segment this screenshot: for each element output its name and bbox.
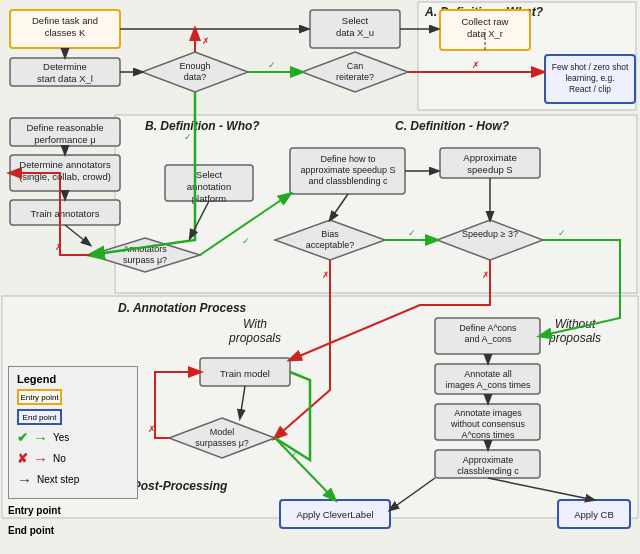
svg-text:✓: ✓: [408, 228, 416, 238]
annotate-all-box: [435, 364, 540, 394]
select-data-text: Select: [342, 15, 369, 26]
legend-end-point-label: End point: [23, 413, 57, 422]
svg-text:classes K: classes K: [45, 27, 86, 38]
model-surpass-diamond: [169, 418, 275, 458]
with-proposals-label: With: [243, 317, 267, 331]
train-model-box: [200, 358, 290, 386]
svg-text:learning, e.g.: learning, e.g.: [565, 73, 614, 83]
select-data-box: [310, 10, 400, 48]
svg-text:start data X_l: start data X_l: [37, 73, 93, 84]
apply-cleverlabel-box: [280, 500, 390, 528]
apply-cb-box: [558, 500, 630, 528]
svg-text:React / clip: React / clip: [569, 84, 611, 94]
svg-text:✓: ✓: [242, 236, 250, 246]
legend-entry-point-item: Entry point: [17, 389, 129, 405]
yes-check-icon: ✔: [17, 430, 28, 445]
svg-text:surpass μ?: surpass μ?: [123, 255, 167, 265]
annotate-without-box: [435, 404, 540, 440]
svg-text:✗: ✗: [202, 36, 210, 46]
svg-text:✓: ✓: [290, 450, 298, 460]
svg-text:without consensus: without consensus: [450, 419, 526, 429]
train-model-text: Train model: [220, 368, 270, 379]
train-ann-text: Train annotators: [31, 208, 100, 219]
svg-text:data X_r: data X_r: [467, 28, 503, 39]
determine-ann-box: [10, 155, 120, 191]
svg-text:surpasses μ?: surpasses μ?: [195, 438, 249, 448]
define-task-text: Define task and: [32, 15, 98, 26]
svg-text:proposals: proposals: [548, 331, 601, 345]
legend-yes-item: ✔ → Yes: [17, 429, 129, 446]
model-surpass-text: Model: [210, 427, 235, 437]
ann-surpass-text: Annotators: [123, 244, 167, 254]
define-speedup-text: Define how to: [320, 154, 375, 164]
legend-yes-label: Yes: [53, 432, 69, 443]
collect-raw-text: Collect raw: [462, 16, 509, 27]
select-platform-text: Select: [196, 169, 223, 180]
bias-diamond: [275, 220, 385, 260]
svg-text:speedup S: speedup S: [467, 164, 512, 175]
define-speedup-box: [290, 148, 405, 194]
define-task-box: [10, 10, 120, 48]
speedup-text: Speedup ≥ 3?: [462, 229, 518, 239]
enough-data-text: Enough: [179, 61, 210, 71]
svg-text:proposals: proposals: [228, 331, 281, 345]
legend-no-label: No: [53, 453, 66, 464]
approx-speedup-text: Approximate: [463, 152, 516, 163]
entry-point-text: Entry point: [8, 505, 61, 516]
few-shot-text: Few shot / zero shot: [552, 62, 629, 72]
legend-next-step-label: Next step: [37, 474, 79, 485]
enough-data-diamond: [142, 52, 248, 92]
section-c-label: C. Definition - How?: [395, 119, 510, 133]
svg-line-43: [65, 225, 90, 245]
approx-classblending-box: [435, 450, 540, 478]
svg-text:and classblending c: and classblending c: [308, 176, 388, 186]
main-container: A. Definition - What? B. Definition - Wh…: [0, 0, 640, 554]
svg-line-49: [330, 194, 348, 220]
svg-text:✗: ✗: [55, 242, 63, 252]
legend-area: Legend Entry point End point ✔ → Yes ✘ →…: [8, 366, 138, 499]
svg-text:reiterate?: reiterate?: [336, 72, 374, 82]
svg-text:✗: ✗: [322, 270, 330, 280]
svg-rect-1: [115, 115, 637, 293]
without-proposals-label: Without: [555, 317, 596, 331]
collect-raw-box: [440, 10, 530, 50]
svg-line-57: [275, 438, 335, 500]
svg-text:approximate speedup S: approximate speedup S: [300, 165, 395, 175]
determine-ann-text: Determine annotators: [19, 159, 111, 170]
define-perf-text: Define reasonable: [26, 122, 103, 133]
legend-next-step-item: → Next step: [17, 471, 129, 488]
can-reiterate-diamond: [302, 52, 408, 92]
approx-speedup-box: [440, 148, 540, 178]
annotate-all-text: Annotate all: [464, 369, 512, 379]
svg-text:annotation: annotation: [187, 181, 231, 192]
legend-no-item: ✘ → No: [17, 450, 129, 467]
no-cross-icon: ✘: [17, 451, 28, 466]
define-acons-text: Define A^cons: [459, 323, 517, 333]
section-d-label: D. Annotation Process: [118, 301, 247, 315]
define-perf-box: [10, 118, 120, 146]
svg-line-64: [390, 478, 435, 510]
svg-text:images A_cons times: images A_cons times: [445, 380, 531, 390]
legend-entry-point-label: Entry point: [20, 393, 58, 402]
no-arrow-icon: →: [33, 450, 48, 467]
svg-line-46: [200, 194, 290, 255]
svg-line-44: [190, 201, 209, 238]
svg-text:A^cons times: A^cons times: [461, 430, 515, 440]
legend-entry-point-box: Entry point: [17, 389, 62, 405]
annotate-without-text: Annotate images: [454, 408, 522, 418]
svg-text:✗: ✗: [148, 424, 156, 434]
svg-text:and A_cons: and A_cons: [464, 334, 512, 344]
approx-classblending-text: Approximate: [463, 455, 514, 465]
determine-start-text: Determine: [43, 61, 87, 72]
apply-cb-text: Apply CB: [574, 509, 614, 520]
speedup-diamond: [437, 220, 543, 260]
svg-text:✗: ✗: [472, 60, 480, 70]
legend-end-point-item: End point: [17, 409, 129, 425]
svg-text:classblending c: classblending c: [457, 466, 519, 476]
section-a-label: A. Definition - What?: [424, 5, 544, 19]
next-step-arrow-icon: →: [17, 471, 32, 488]
bias-text: Bias: [321, 229, 339, 239]
apply-cleverlabel-text: Apply CleverLabel: [296, 509, 373, 520]
select-platform-box: [165, 165, 253, 201]
determine-start-box: [10, 58, 120, 86]
